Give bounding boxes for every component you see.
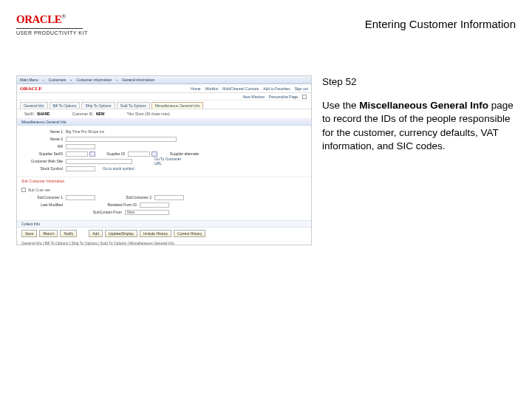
product-line: USER PRODUCTIVITY KIT: [16, 30, 88, 35]
nav-link[interactable]: Add to Favorites: [263, 86, 290, 91]
stock-input[interactable]: [66, 166, 95, 171]
subcontact-select[interactable]: New: [125, 210, 169, 215]
oracle-logo: ORACLE®: [16, 13, 83, 29]
key-row: SetID:SHARE Customer ID:NEW *Nm Short (3…: [17, 109, 311, 119]
notify-button[interactable]: Notify: [60, 230, 77, 237]
supplier-id-input[interactable]: [128, 151, 150, 157]
brand-text: ORACLE: [16, 13, 61, 25]
page-header: ORACLE® USER PRODUCTIVITY KIT Entering C…: [0, 0, 532, 41]
collect-info-header: Collect Info: [17, 220, 311, 228]
supplier-alt-label: Supplier alternate: [157, 151, 202, 156]
breadcrumb-bar: Main Menu› Customers› Customer Informati…: [17, 76, 311, 84]
app-oracle-logo: ORACLE: [20, 86, 42, 92]
stock-label: Stock Symbol: [21, 166, 66, 171]
website-url-link[interactable]: Go To Customer URL: [132, 157, 191, 166]
footer-links: General Info | Bill To Options | Ship To…: [17, 239, 311, 247]
step-label: Step 52: [322, 75, 516, 89]
add-button[interactable]: Add: [89, 230, 103, 237]
update-display-button[interactable]: Update/Display: [105, 230, 137, 237]
subcust-use-checkbox[interactable]: [21, 188, 26, 192]
restated-input[interactable]: [140, 202, 169, 208]
last-mod-label: Last Modified: [21, 202, 66, 207]
sub2-input[interactable]: [154, 195, 184, 200]
app-header: ORACLE Home Worklist MultiChannel Consol…: [17, 84, 311, 93]
save-button[interactable]: Save: [21, 230, 37, 237]
sub1-input[interactable]: [66, 195, 95, 200]
nr-label: NR: [21, 144, 66, 149]
section-subcust-header: Sub Customer Information: [17, 177, 311, 185]
nmshort-label: *Nm Short (30 chars max):: [127, 112, 171, 116]
instruction-bold: Miscellaneous General Info: [359, 100, 488, 111]
subcontact-value: New: [127, 210, 134, 214]
name1-value: Big Time Pro Shops Inc: [66, 129, 104, 134]
name2-label: Name 2: [21, 137, 66, 141]
sub1-label: SubCustomer 1: [21, 195, 66, 200]
nav-link[interactable]: Worklist: [205, 86, 219, 91]
subcontact-label: SubContact From: [21, 210, 125, 214]
sub2-label: SubCustomer 2: [95, 195, 154, 200]
tab-strip: General Info Bill To Options Ship To Opt…: [17, 100, 311, 109]
tab-misc-general-info[interactable]: Miscellaneous General Info: [151, 102, 204, 109]
logo-block: ORACLE® USER PRODUCTIVITY KIT: [16, 13, 88, 35]
new-window-link[interactable]: New Window: [243, 95, 265, 99]
name2-input[interactable]: [66, 137, 177, 142]
instruction-column: Step 52 Use the Miscellaneous General In…: [322, 75, 516, 245]
nav-link[interactable]: MultiChannel Console: [222, 86, 259, 91]
lookup-icon[interactable]: [89, 151, 95, 157]
nr-input[interactable]: [66, 144, 95, 149]
tab-general-info[interactable]: General Info: [20, 102, 48, 109]
include-history-button[interactable]: Include History: [140, 230, 171, 237]
personalize-link[interactable]: Personalize Page: [269, 95, 298, 99]
lookup-icon[interactable]: [151, 151, 157, 157]
app-nav: Home Worklist MultiChannel Console Add t…: [191, 86, 308, 91]
page-title: Entering Customer Information: [365, 18, 516, 30]
content-row: Main Menu› Customers› Customer Informati…: [0, 41, 532, 245]
restated-label: Restated From ID: [66, 202, 140, 207]
instruction-text: Use the Miscellaneous General Info page …: [322, 99, 516, 153]
breadcrumb-item: Customer Information: [76, 78, 112, 82]
tab-ship-to[interactable]: Ship To Options: [81, 102, 115, 109]
tab-sold-to[interactable]: Sold To Options: [117, 102, 150, 109]
screenshot-column: Main Menu› Customers› Customer Informati…: [16, 75, 312, 245]
personalize-checkbox[interactable]: [302, 95, 307, 99]
breadcrumb-item: General Information: [122, 78, 154, 82]
setid-label: SetID:: [24, 112, 35, 116]
trademark: ®: [61, 13, 65, 20]
website-input[interactable]: [66, 159, 132, 164]
button-bar: Save Return Notify Add Update/Display In…: [17, 228, 311, 239]
supplier-set-label: Supplier SetID: [21, 151, 66, 156]
correct-history-button[interactable]: Correct History: [174, 230, 205, 237]
app-screenshot: Main Menu› Customers› Customer Informati…: [16, 75, 312, 245]
instruction-prefix: Use the: [322, 100, 359, 111]
section-misc-header: Miscellaneous General Info: [17, 119, 311, 126]
subcust-use-label: Sub Cust use: [28, 188, 50, 192]
breadcrumb-item: Main Menu: [20, 78, 38, 82]
nav-link[interactable]: Home: [191, 86, 200, 91]
custid-value: NEW: [96, 112, 105, 116]
stock-url-link[interactable]: Go to stock symbol: [95, 166, 154, 171]
website-label: Customer Web Site: [21, 159, 66, 163]
return-button[interactable]: Return: [39, 230, 58, 237]
user-row: New Window Personalize Page: [17, 93, 311, 100]
supplier-id-label: Supplier ID: [95, 151, 128, 156]
nav-link[interactable]: Sign out: [295, 86, 308, 91]
breadcrumb-item: Customers: [48, 78, 66, 82]
setid-value: SHARE: [37, 112, 50, 116]
custid-label: Customer ID:: [72, 112, 93, 116]
supplier-set-input[interactable]: [66, 151, 88, 157]
subcust-fields: Sub Cust use SubCustomer 1 SubCustomer 2…: [17, 185, 311, 220]
misc-fields: Name 1 Big Time Pro Shops Inc Name 2 NR …: [17, 126, 311, 177]
name1-label: Name 1: [21, 129, 66, 134]
tab-bill-to[interactable]: Bill To Options: [50, 102, 81, 109]
